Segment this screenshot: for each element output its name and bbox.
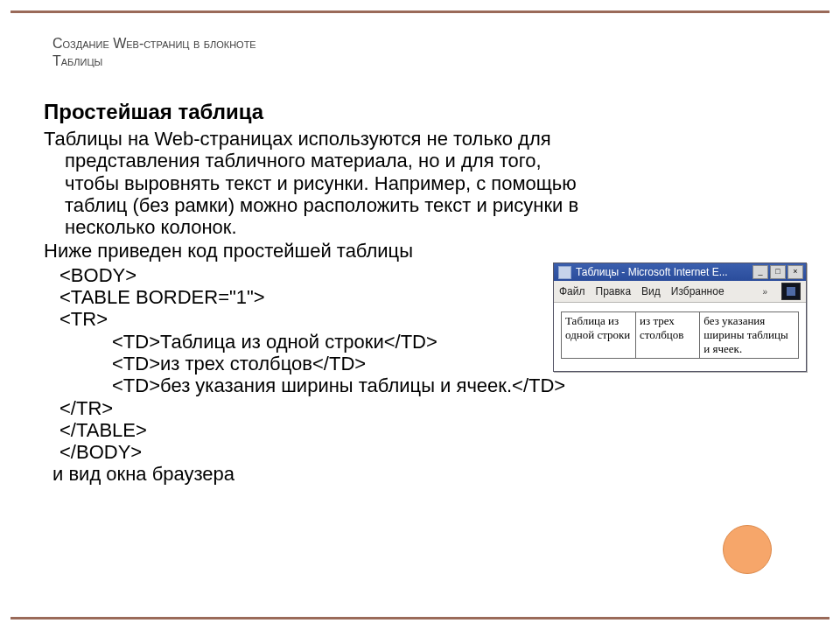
code-line: </BODY>: [60, 441, 796, 463]
decorative-circle: [723, 525, 772, 574]
example-table: Таблица из одной строки из трех столбцов…: [561, 312, 799, 359]
paragraph: Таблицы на Web-страницах используются не…: [44, 128, 796, 238]
paragraph-line: несколько колонок.: [44, 216, 796, 238]
pretitle-line2: Таблицы: [52, 52, 796, 70]
ie-throbber-icon: [781, 283, 801, 300]
closing-line: и вид окна браузера: [52, 463, 796, 485]
table-cell: из трех столбцов: [636, 312, 700, 359]
browser-titlebar: Таблицы - Microsoft Internet E... _ □ ×: [554, 263, 806, 281]
minimize-button[interactable]: _: [752, 265, 768, 279]
paragraph-line: Таблицы на Web-страницах используются не…: [44, 128, 796, 150]
slide-border-top: [10, 10, 830, 13]
menu-file[interactable]: Файл: [559, 285, 585, 298]
menu-overflow[interactable]: »: [762, 287, 767, 297]
code-line: <TD>без указания ширины таблицы и ячеек.…: [60, 374, 796, 396]
slide-border-bottom: [10, 617, 830, 620]
table-cell: Таблица из одной строки: [562, 312, 636, 359]
menu-edit[interactable]: Правка: [596, 285, 632, 298]
menu-favorites[interactable]: Избранное: [671, 285, 724, 298]
browser-menubar: Файл Правка Вид Избранное »: [554, 281, 806, 303]
window-buttons: _ □ ×: [752, 265, 803, 279]
ie-icon: [558, 266, 571, 279]
paragraph-line: чтобы выровнять текст и рисунки. Наприме…: [44, 172, 796, 194]
pretitle: Создание Web-страниц в блокноте Таблицы: [52, 35, 796, 70]
window-title: Таблицы - Microsoft Internet E...: [576, 266, 748, 278]
lead2: Ниже приведен код простейшей таблицы: [44, 240, 796, 262]
pretitle-line1: Создание Web-страниц в блокноте: [52, 35, 796, 52]
close-button[interactable]: ×: [788, 265, 803, 279]
heading: Простейшая таблица: [44, 100, 796, 124]
paragraph-line: таблиц (без рамки) можно расположить тек…: [44, 194, 796, 216]
browser-client-area: Таблица из одной строки из трех столбцов…: [554, 303, 806, 371]
table-row: Таблица из одной строки из трех столбцов…: [562, 312, 799, 359]
menu-view[interactable]: Вид: [641, 285, 661, 298]
table-cell: без указания ширины таблицы и ячеек.: [700, 312, 799, 359]
code-line: </TABLE>: [60, 419, 796, 441]
browser-window: Таблицы - Microsoft Internet E... _ □ × …: [553, 262, 807, 372]
paragraph-line: представления табличного материала, но и…: [44, 150, 796, 172]
maximize-button[interactable]: □: [770, 265, 786, 279]
code-line: </TR>: [60, 397, 796, 419]
